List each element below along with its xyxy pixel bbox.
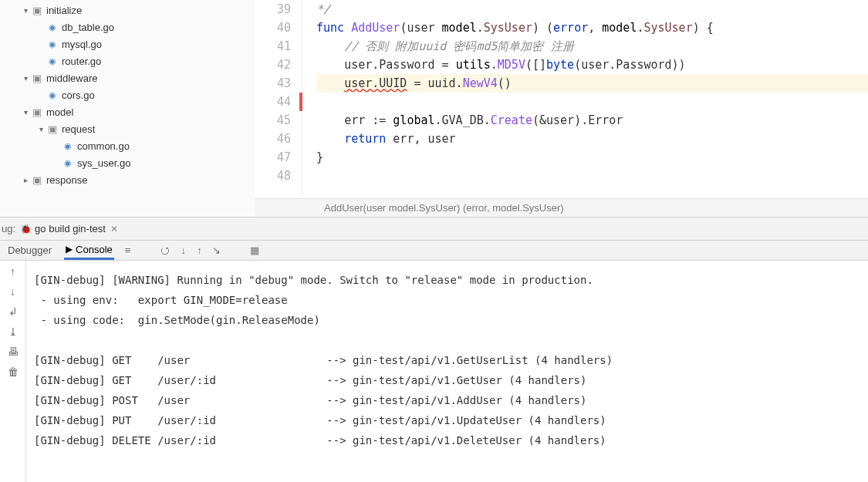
folder-icon: ▣ xyxy=(46,123,59,135)
folder-icon: ▣ xyxy=(31,72,43,84)
code-editor[interactable]: 39 40 41 42 43 44 45 46 47 48 */ func Ad… xyxy=(255,0,868,217)
tree-folder-response[interactable]: ▸▣response xyxy=(0,171,255,188)
folder-icon: ▣ xyxy=(31,106,43,118)
go-file-icon: ◉ xyxy=(46,22,59,32)
tool-window-tabs: Debugger ▶Console ≡ ⭯ ↓ ↑ ↘ ▦ xyxy=(0,241,868,261)
evaluate-icon[interactable]: ▦ xyxy=(250,244,259,256)
tree-label: initialize xyxy=(46,5,82,16)
run-icon: 🐞 xyxy=(20,224,32,234)
change-marker xyxy=(299,93,302,111)
tree-file-common[interactable]: ◉common.go xyxy=(0,137,255,154)
settings-icon[interactable]: ≡ xyxy=(125,244,131,256)
tree-label: model xyxy=(46,106,73,118)
go-file-icon: ◉ xyxy=(46,56,59,66)
tree-label: response xyxy=(46,174,87,186)
tree-label: common.go xyxy=(77,140,130,152)
code-lines[interactable]: */ func AddUser(user model.SysUser) (err… xyxy=(302,0,868,198)
tree-folder-request[interactable]: ▾▣request xyxy=(0,120,255,137)
tab-console[interactable]: ▶Console xyxy=(64,241,114,260)
tab-debugger[interactable]: Debugger xyxy=(6,241,53,260)
run-config-bar: ug: 🐞 go build gin-test ✕ xyxy=(0,217,868,241)
close-icon[interactable]: ✕ xyxy=(110,224,118,234)
tree-file-mysql[interactable]: ◉mysql.go xyxy=(0,35,255,52)
print-icon[interactable]: 🖶 xyxy=(8,345,19,358)
tree-label: middleware xyxy=(46,72,97,84)
go-file-icon: ◉ xyxy=(62,141,74,151)
step-out-icon[interactable]: ↑ xyxy=(197,244,202,256)
console-output[interactable]: [GIN-debug] [WARNING] Running in "debug"… xyxy=(26,261,868,482)
step-over-icon[interactable]: ⭯ xyxy=(160,244,170,256)
tree-file-db-table[interactable]: ◉db_table.go xyxy=(0,19,255,35)
tree-label: mysql.go xyxy=(62,39,102,50)
tree-label: cors.go xyxy=(62,89,95,101)
line-gutter: 39 40 41 42 43 44 45 46 47 48 xyxy=(255,0,302,198)
go-file-icon: ◉ xyxy=(62,158,74,168)
tree-file-cors[interactable]: ◉cors.go xyxy=(0,86,255,103)
tree-label: sys_user.go xyxy=(77,157,130,169)
tree-file-router[interactable]: ◉router.go xyxy=(0,52,255,69)
folder-icon: ▣ xyxy=(31,174,43,186)
go-file-icon: ◉ xyxy=(46,90,59,100)
tree-folder-model[interactable]: ▾▣model xyxy=(0,103,255,120)
tree-label: request xyxy=(62,123,95,135)
project-tree[interactable]: ▾▣initialize ◉db_table.go ◉mysql.go ◉rou… xyxy=(0,0,255,217)
run-to-cursor-icon[interactable]: ↘ xyxy=(212,244,221,256)
tree-folder-middleware[interactable]: ▾▣middleware xyxy=(0,69,255,86)
tree-label: router.go xyxy=(62,56,101,67)
tree-folder-initialize[interactable]: ▾▣initialize xyxy=(0,2,255,19)
go-file-icon: ◉ xyxy=(46,39,59,49)
breadcrumb[interactable]: AddUser(user model.SysUser) (error, mode… xyxy=(255,198,868,217)
step-into-icon[interactable]: ↓ xyxy=(181,244,186,256)
scroll-up-icon[interactable]: ↑ xyxy=(10,265,15,278)
run-config-name[interactable]: go build gin-test xyxy=(35,223,106,234)
console-toolbar: ↑ ↓ ↲ ⤓ 🖶 🗑 xyxy=(0,261,26,482)
scroll-to-end-icon[interactable]: ⤓ xyxy=(8,325,18,338)
scroll-down-icon[interactable]: ↓ xyxy=(10,285,15,298)
debug-prefix: ug: xyxy=(2,223,15,234)
clear-icon[interactable]: 🗑 xyxy=(8,366,19,378)
tree-label: db_table.go xyxy=(62,22,114,33)
folder-icon: ▣ xyxy=(31,5,43,16)
console-icon: ▶ xyxy=(66,244,73,254)
soft-wrap-icon[interactable]: ↲ xyxy=(8,305,18,318)
tree-file-sys-user[interactable]: ◉sys_user.go xyxy=(0,154,255,171)
